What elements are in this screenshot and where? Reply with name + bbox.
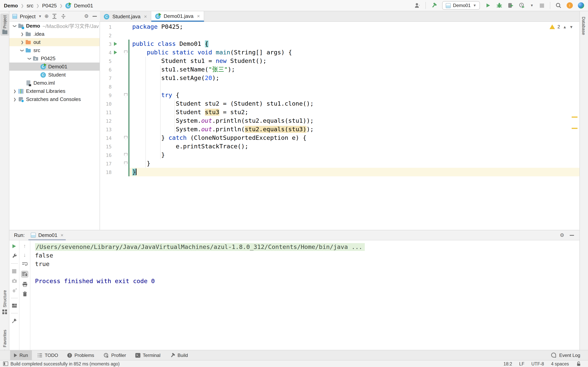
code-line-16[interactable]: 16 } [100,151,579,159]
tree-item-demo[interactable]: ❯Demo~/MacBook/学习文件/Jav [9,22,100,30]
debug-icon[interactable] [496,2,502,8]
collapse-all-icon[interactable] [61,13,67,19]
expand-all-icon[interactable] [52,13,58,19]
gear-icon[interactable]: ⚙ [84,14,89,19]
breadcrumb-class[interactable]: Demo01 [74,2,93,8]
tool-window-switcher-icon[interactable] [3,362,8,366]
breadcrumb-project[interactable]: Demo [4,2,18,8]
gear-icon[interactable]: ⚙ [560,233,564,238]
run-console[interactable]: ↑ ↓ /Users/sevenone/Library/Java/JavaVir… [9,240,579,350]
tree-item-p0425[interactable]: ❯P0425 [9,54,100,63]
code-line-12[interactable]: 12 System.out.println(stu2.equals(stu1))… [100,117,579,125]
code-editor[interactable]: 1package P0425; 2 3public class Demo01 {… [100,22,579,230]
code-line-17[interactable]: 17 } [100,159,579,168]
gutter-fold-icon[interactable] [119,50,130,55]
close-icon[interactable]: × [61,232,63,238]
soft-wrap-icon[interactable] [22,261,28,267]
gutter-fold-icon[interactable] [119,161,130,166]
rerun-icon[interactable] [11,243,17,249]
tab-demo01-java[interactable]: C Demo01.java × [151,11,204,22]
file-encoding[interactable]: UTF-8 [531,361,544,366]
pin-icon[interactable] [11,318,17,324]
scrollbar-warning-mark[interactable] [572,117,578,118]
hide-panel-icon[interactable] [570,235,574,235]
wrench-icon[interactable] [11,253,17,259]
inspection-widget[interactable]: 2 ▲ ▼ [549,24,573,30]
tree-chevron-icon[interactable]: ❯ [19,32,25,36]
code-line-5[interactable]: 5 Student stu1 = new Student(); [100,57,579,65]
tree-item--idea[interactable]: ❯.idea [9,30,100,38]
breadcrumb-package[interactable]: P0425 [42,2,57,8]
tree-item-external-libraries[interactable]: ❯External Libraries [9,87,100,95]
gutter-fold-icon[interactable] [119,93,130,97]
chevron-up-icon[interactable]: ▲ [563,25,567,29]
run-tab-demo01[interactable]: Demo01 × [27,230,67,240]
chevron-down-icon[interactable]: ▼ [38,14,42,18]
tree-item-demo01[interactable]: CDemo01 [9,63,100,71]
code-line-1[interactable]: 1package P0425; [100,23,579,31]
code-line-10[interactable]: 10 Student stu2 = (Student) stu1.clone()… [100,100,579,108]
toolbar-tab-run[interactable]: Run [10,350,32,360]
code-line-15[interactable]: 15 e.printStackTrace(); [100,142,579,151]
tree-chevron-icon[interactable]: ❯ [20,47,24,53]
project-panel-title[interactable]: Project [20,13,35,19]
tree-chevron-icon[interactable]: ❯ [12,89,18,93]
build-hammer-icon[interactable] [431,2,437,8]
scroll-to-end-icon[interactable] [21,271,28,278]
restore-layout-icon[interactable] [11,302,17,309]
close-icon[interactable]: × [197,13,200,19]
run-config-selector[interactable]: Demo01 ▼ [442,1,480,10]
gutter-run-icon[interactable] [112,42,119,46]
scrollbar-warning-mark[interactable] [572,128,578,129]
code-line-13[interactable]: 13 System.out.println(stu2.equals(stu3))… [100,125,579,133]
code-line-11[interactable]: 11 Student stu3 = stu2; [100,108,579,117]
indent-setting[interactable]: 4 spaces [551,361,569,366]
clear-console-icon[interactable] [22,291,28,297]
run-with-coverage-icon[interactable] [508,2,514,8]
stripe-project-button[interactable]: Project [0,14,9,36]
breadcrumb-src[interactable]: src [27,2,34,8]
tree-item-out[interactable]: ❯out [9,38,100,46]
print-icon[interactable] [22,281,28,287]
locate-file-icon[interactable]: ⊕ [44,14,49,19]
tree-chevron-icon[interactable]: ❯ [28,55,32,62]
toolbar-tab-terminal[interactable]: >_ Terminal [131,350,164,360]
caret-position[interactable]: 18:2 [503,361,512,366]
code-line-9[interactable]: 9 try { [100,91,579,100]
close-icon[interactable]: × [144,14,147,19]
code-line-7[interactable]: 7 stu1.setAge(20); [100,74,579,82]
event-log-button[interactable]: Event Log [551,352,588,358]
search-everywhere-icon[interactable] [555,2,562,8]
stripe-structure-button[interactable]: Structure [0,290,9,314]
toolbar-tab-todo[interactable]: TODO [34,350,62,360]
tab-student-java[interactable]: C Student.java × [100,11,151,22]
tree-chevron-icon[interactable]: ❯ [13,23,17,29]
code-line-6[interactable]: 6 stu1.setName("张三"); [100,65,579,74]
gutter-fold-icon[interactable] [119,153,130,157]
run-button[interactable] [485,2,491,8]
toolbar-tab-problems[interactable]: ! Problems [64,350,98,360]
chevron-down-icon[interactable]: ▼ [530,3,534,7]
tree-chevron-icon[interactable]: ❯ [12,97,18,101]
code-line-8[interactable]: 8 [100,82,579,91]
gutter-run-icon[interactable] [112,50,119,54]
code-line-14[interactable]: 14 } catch (CloneNotSupportedException e… [100,133,579,142]
chevron-down-icon[interactable]: ▼ [569,25,573,29]
hide-panel-icon[interactable] [93,16,97,17]
tree-item-src[interactable]: ❯src [9,46,100,54]
plugin-sphere-icon[interactable] [578,2,584,8]
unlock-icon[interactable] [576,361,581,367]
stripe-database-button[interactable]: Database [581,17,586,36]
tree-item-student[interactable]: CStudent [9,71,100,79]
tree-chevron-icon[interactable]: ❯ [19,40,25,44]
tree-item-scratches-and-consoles[interactable]: ❯Scratches and Consoles [9,95,100,103]
update-available-icon[interactable]: ↑ [567,2,573,8]
tree-item-demo-iml[interactable]: Demo.iml [9,79,100,87]
profiler-icon[interactable] [519,2,525,8]
line-separator[interactable]: LF [519,361,524,366]
code-line-3[interactable]: 3public class Demo01 { [100,40,579,48]
code-line-2[interactable]: 2 [100,31,579,40]
code-line-4[interactable]: 4 public static void main(String[] args)… [100,48,579,57]
toolbar-tab-profiler[interactable]: Profiler [100,350,130,360]
user-icon[interactable] [414,2,420,8]
